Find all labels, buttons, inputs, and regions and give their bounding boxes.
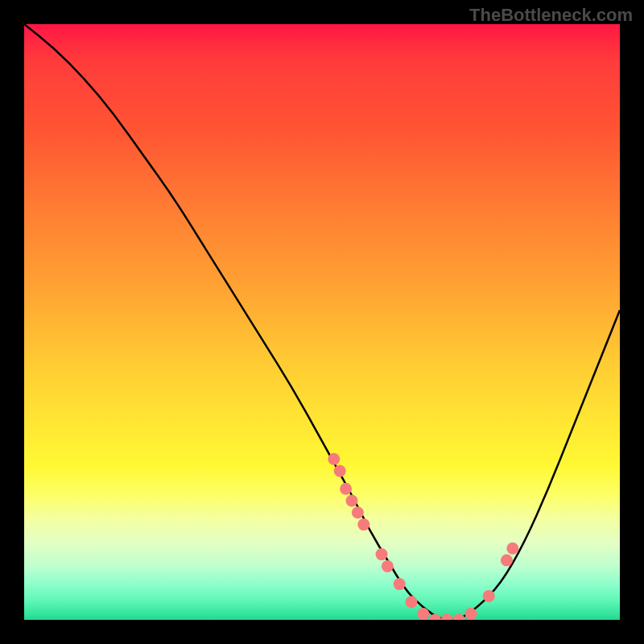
data-point [483,590,495,602]
data-point [357,518,369,530]
bottleneck-points [328,453,518,620]
data-point [501,555,513,567]
plot-frame [24,24,620,620]
data-point [340,483,352,495]
data-point [465,608,477,620]
data-point [382,560,394,572]
data-point [352,506,364,518]
points-layer [24,24,620,620]
data-point [506,543,518,555]
data-point [346,495,358,507]
data-point [406,596,418,608]
data-point [376,548,388,560]
data-point [328,453,340,465]
data-point [417,608,429,620]
watermark-text: TheBottleneck.com [469,5,633,26]
data-point [453,614,465,621]
data-point [394,578,406,590]
data-point [334,465,346,477]
data-point [441,614,453,621]
data-point [429,614,441,621]
